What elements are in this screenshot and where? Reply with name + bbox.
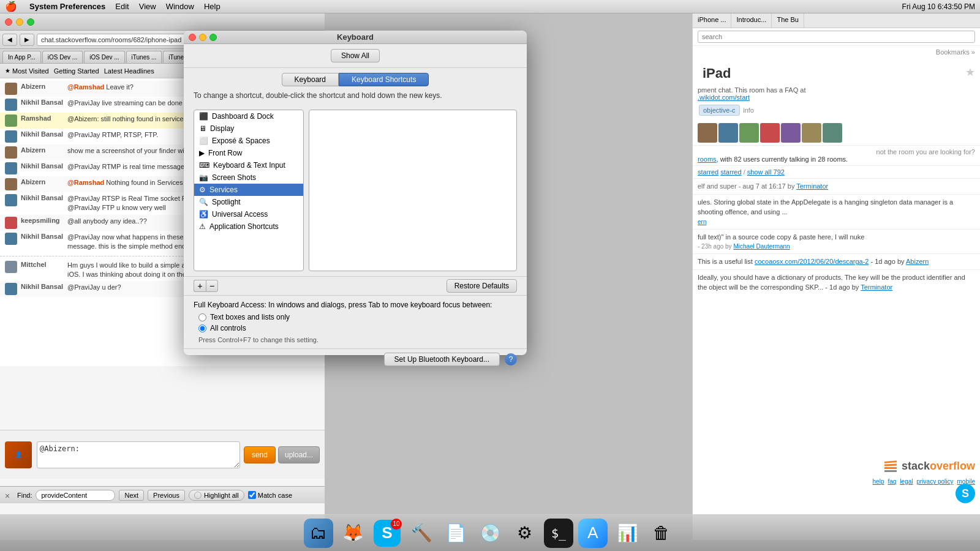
show5-link[interactable]: starred xyxy=(720,168,741,176)
edit-menu[interactable]: Edit xyxy=(115,2,129,11)
terminator-link2[interactable]: Terminator xyxy=(861,283,892,291)
bookmark-most-visited-label: Most Visited xyxy=(12,67,49,75)
bookmark-most-visited[interactable]: ★ Most Visited xyxy=(5,67,49,75)
tab-itunes1[interactable]: iTunes ... xyxy=(126,51,162,63)
tab-inapp[interactable]: In App P... xyxy=(2,51,41,63)
dock-sysprefs[interactable]: ⚙ xyxy=(510,519,539,548)
rp-tab-bu[interactable]: The Bu xyxy=(772,13,804,28)
category-screenshots[interactable]: 📷 Screen Shots xyxy=(194,171,303,184)
tab-iosdev1[interactable]: iOS Dev ... xyxy=(42,51,83,63)
category-expose[interactable]: ⬜ Exposé & Spaces xyxy=(194,135,303,147)
dock-dashboard[interactable]: 📊 xyxy=(612,519,642,548)
radio-text-boxes[interactable]: Text boxes and lists only xyxy=(198,313,517,321)
find-highlight-button[interactable]: Highlight all xyxy=(189,490,244,501)
universal-access-icon: ♿ xyxy=(199,210,208,219)
back-button[interactable]: ◀ xyxy=(2,34,17,46)
quote-3: full text)" in a source code copy & past… xyxy=(693,229,980,254)
rp-tab-iphone[interactable]: iPhone ... xyxy=(693,13,731,28)
dock-trash[interactable]: 🗑 xyxy=(647,519,676,548)
category-universal-access[interactable]: ♿ Universal Access xyxy=(194,208,303,220)
rooms-link[interactable]: rooms xyxy=(698,156,717,163)
find-next-button[interactable]: Next xyxy=(119,490,144,501)
view-menu[interactable]: View xyxy=(139,2,156,11)
terminator-link[interactable]: Terminator xyxy=(796,182,828,190)
abizern-link[interactable]: Abizern xyxy=(906,258,929,265)
radio-all-controls-input[interactable] xyxy=(198,324,206,332)
close-button[interactable] xyxy=(5,18,12,26)
dock-terminal[interactable]: $_ xyxy=(544,519,573,548)
apple-menu[interactable]: 🍎 xyxy=(5,1,17,12)
rp-search-input[interactable] xyxy=(698,31,975,43)
message-text: @all anybody any idea..?? xyxy=(67,217,147,226)
category-keyboard-input[interactable]: ⌨ Keyboard & Text Input xyxy=(194,159,303,171)
bookmark-getting-started[interactable]: Getting Started xyxy=(54,67,99,75)
panel-maximize-button[interactable] xyxy=(209,34,217,41)
category-services[interactable]: ⚙ Services xyxy=(194,184,303,196)
send-button[interactable]: send xyxy=(244,446,276,463)
finder-icon: 🗂 xyxy=(310,523,327,543)
control-note: Press Control+F7 to change this setting. xyxy=(194,336,517,343)
find-previous-button[interactable]: Previous xyxy=(148,490,185,501)
tag-objectivec[interactable]: objective-c xyxy=(699,105,740,116)
upload-button[interactable]: upload... xyxy=(278,446,320,463)
category-display[interactable]: 🖥 Display xyxy=(194,122,303,135)
radio-text-boxes-input[interactable] xyxy=(198,313,206,321)
room-avatar xyxy=(739,123,759,143)
help-menu[interactable]: Help xyxy=(204,2,221,11)
user-avatar: 👤 xyxy=(5,441,32,468)
help-link[interactable]: help xyxy=(873,478,884,485)
panel-minimize-button[interactable] xyxy=(199,34,206,41)
match-case-checkbox[interactable] xyxy=(248,491,256,499)
message-text: @Abizern: still nothing found in service… xyxy=(67,114,187,124)
info-label[interactable]: info xyxy=(743,107,754,114)
cocoaosx-link[interactable]: cocoaosx.com/2012/06/20/descarga-2 xyxy=(755,258,869,265)
show-all-link[interactable]: show all 792 xyxy=(747,168,785,176)
ern-link[interactable]: ern xyxy=(698,219,706,225)
dock-preview[interactable]: 📄 xyxy=(441,519,470,548)
starred-link[interactable]: starred xyxy=(698,168,718,176)
message-input[interactable]: @Abizern: xyxy=(37,441,240,468)
star-icon[interactable]: ★ xyxy=(965,66,975,79)
find-close-button[interactable]: × xyxy=(5,491,13,500)
privacy-link[interactable]: privacy policy xyxy=(917,478,954,485)
radio-all-controls[interactable]: All controls xyxy=(198,324,517,332)
message-text: @Ramshad Leave it? xyxy=(67,83,134,92)
avatar xyxy=(5,178,17,190)
forward-button[interactable]: ▶ xyxy=(20,34,34,46)
michael-link[interactable]: Michael Dautermann xyxy=(733,243,790,250)
dock-dvd[interactable]: 💿 xyxy=(475,519,505,548)
app-name[interactable]: System Preferences xyxy=(29,2,105,11)
show-all-button[interactable]: Show All xyxy=(331,49,380,62)
avatar xyxy=(5,233,17,245)
help-button[interactable]: ? xyxy=(505,353,517,365)
window-menu[interactable]: Window xyxy=(166,2,194,11)
bookmark-latest-headlines[interactable]: Latest Headlines xyxy=(104,67,154,75)
category-front-row[interactable]: ▶ Front Row xyxy=(194,147,303,159)
dock-appstore[interactable]: A xyxy=(578,519,608,548)
rp-tab-intro[interactable]: Introduc... xyxy=(731,13,772,28)
category-spotlight[interactable]: 🔍 Spotlight xyxy=(194,196,303,208)
dock-finder[interactable]: 🗂 xyxy=(304,519,333,548)
maximize-button[interactable] xyxy=(27,18,34,26)
remove-shortcut-button[interactable]: − xyxy=(206,280,218,292)
room-avatar xyxy=(802,123,821,143)
faq-link[interactable]: .wikidot.com/start xyxy=(698,94,750,101)
category-app-shortcuts[interactable]: ⚠ Application Shortcuts xyxy=(194,220,303,233)
restore-defaults-button[interactable]: Restore Defaults xyxy=(447,279,517,293)
legal-link[interactable]: legal xyxy=(900,478,913,485)
tab-keyboard-shortcuts[interactable]: Keyboard Shortcuts xyxy=(339,73,429,86)
dock-firefox[interactable]: 🦊 xyxy=(338,519,368,548)
add-shortcut-button[interactable]: + xyxy=(194,280,206,292)
match-case-label[interactable]: Match case xyxy=(248,491,292,499)
panel-title: Keyboard xyxy=(337,32,374,42)
faq-link2[interactable]: faq xyxy=(888,478,896,485)
category-dashboard[interactable]: ⬛ Dashboard & Dock xyxy=(194,110,303,122)
find-input[interactable] xyxy=(36,490,115,501)
bluetooth-keyboard-button[interactable]: Set Up Bluetooth Keyboard... xyxy=(384,353,500,366)
tab-iosdev2[interactable]: iOS Dev ... xyxy=(84,51,124,63)
dock-xcode[interactable]: 🔨 xyxy=(407,519,436,548)
minimize-button[interactable] xyxy=(16,18,23,26)
dock-skype[interactable]: S 10 xyxy=(372,519,402,548)
panel-close-button[interactable] xyxy=(189,34,196,41)
tab-keyboard[interactable]: Keyboard xyxy=(282,73,339,86)
